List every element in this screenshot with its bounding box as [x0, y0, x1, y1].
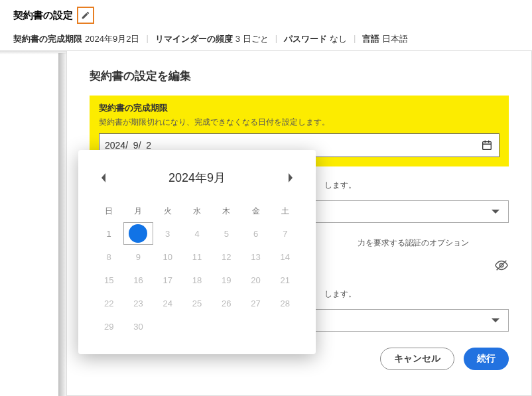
- calendar-day[interactable]: 16: [123, 269, 153, 292]
- calendar-day[interactable]: 13: [241, 245, 270, 269]
- visibility-toggle[interactable]: [494, 258, 509, 275]
- calendar-day[interactable]: 30: [123, 315, 153, 338]
- separator: |: [275, 33, 277, 45]
- deadline-label: 契約書の完成期限: [13, 33, 82, 45]
- calendar-day[interactable]: 21: [271, 269, 300, 292]
- continue-button[interactable]: 続行: [464, 348, 509, 370]
- calendar-day[interactable]: 23: [123, 292, 153, 315]
- eye-off-icon: [494, 258, 509, 273]
- calendar-day[interactable]: 22: [94, 292, 123, 315]
- chevron-down-icon: [491, 318, 500, 323]
- prev-month-button[interactable]: [94, 168, 113, 187]
- calendar-day-header: 日: [94, 200, 123, 222]
- calendar-button[interactable]: [480, 139, 494, 152]
- calendar-day: [241, 315, 270, 338]
- calendar-day[interactable]: 29: [94, 315, 123, 338]
- calendar-day-header: 土: [271, 200, 300, 222]
- calendar-day[interactable]: 3: [153, 222, 182, 245]
- calendar-day[interactable]: 7: [271, 222, 300, 245]
- separator: |: [354, 33, 356, 45]
- calendar-popup: 2024年9月 日月火水木金土1234567891011121314151617…: [78, 150, 316, 354]
- calendar-day-header: 木: [212, 200, 241, 222]
- calendar-day[interactable]: 25: [182, 292, 212, 315]
- calendar-day[interactable]: 12: [212, 245, 241, 269]
- calendar-day[interactable]: 24: [153, 292, 182, 315]
- calendar-day[interactable]: 2: [123, 222, 153, 245]
- calendar-icon: [481, 139, 493, 151]
- date-month: 9: [133, 140, 139, 151]
- calendar-day[interactable]: 8: [94, 245, 123, 269]
- calendar-day[interactable]: 5: [212, 222, 241, 245]
- next-month-button[interactable]: [281, 168, 300, 187]
- calendar-day[interactable]: 20: [241, 269, 270, 292]
- calendar-day[interactable]: 28: [271, 292, 300, 315]
- calendar-day-header: 水: [182, 200, 212, 222]
- calendar-day: [153, 315, 182, 338]
- calendar-day[interactable]: 18: [182, 269, 212, 292]
- password-value: なし: [330, 33, 347, 45]
- title-row: 契約書の設定: [13, 7, 519, 24]
- chevron-right-icon: [287, 172, 294, 183]
- edit-button[interactable]: [77, 7, 94, 24]
- calendar-day[interactable]: 9: [123, 245, 153, 269]
- separator: |: [146, 33, 148, 45]
- cancel-button[interactable]: キャンセル: [380, 348, 454, 370]
- calendar-day[interactable]: 11: [182, 245, 212, 269]
- calendar-day: [182, 315, 212, 338]
- calendar-nav: 2024年9月: [94, 168, 300, 187]
- calendar-day: [271, 315, 300, 338]
- chevron-down-icon: [491, 209, 500, 214]
- calendar-day-header: 金: [241, 200, 270, 222]
- calendar-day[interactable]: 19: [212, 269, 241, 292]
- calendar-day[interactable]: 10: [153, 245, 182, 269]
- language-value: 日本語: [382, 33, 408, 45]
- deadline-field-desc: 契約書が期限切れになり、完成できなくなる日付を設定します。: [99, 117, 499, 128]
- reminder-value: 3 日ごと: [235, 33, 269, 45]
- meta-row: 契約書の完成期限 2024年9月2日 | リマインダーの頻度 3 日ごと | パ…: [13, 33, 519, 45]
- reminder-label: リマインダーの頻度: [155, 33, 233, 45]
- calendar-day[interactable]: 14: [271, 245, 300, 269]
- calendar-day[interactable]: 17: [153, 269, 182, 292]
- calendar-day[interactable]: 27: [241, 292, 270, 315]
- calendar-day[interactable]: 26: [212, 292, 241, 315]
- password-label: パスワード: [284, 33, 327, 45]
- calendar-day[interactable]: 6: [241, 222, 270, 245]
- calendar-day-header: 月: [123, 200, 153, 222]
- calendar-day[interactable]: 4: [182, 222, 212, 245]
- svg-rect-0: [483, 142, 492, 150]
- date-year: 2024: [105, 140, 125, 151]
- date-sep: /: [125, 140, 133, 151]
- language-label: 言語: [362, 33, 379, 45]
- panel-title: 契約書の設定を編集: [90, 68, 509, 84]
- deadline-value: 2024年9月2日: [85, 33, 139, 45]
- calendar-grid: 日月火水木金土123456789101112131415161718192021…: [94, 200, 300, 338]
- calendar-day[interactable]: 1: [94, 222, 123, 245]
- calendar-day[interactable]: 15: [94, 269, 123, 292]
- chevron-left-icon: [100, 172, 107, 183]
- calendar-day: [212, 315, 241, 338]
- deadline-field-label: 契約書の完成期限: [99, 102, 499, 114]
- pencil-icon: [81, 11, 90, 20]
- calendar-day-header: 火: [153, 200, 182, 222]
- header: 契約書の設定 契約書の完成期限 2024年9月2日 | リマインダーの頻度 3 …: [0, 0, 532, 51]
- date-day: 2: [146, 140, 151, 151]
- page-title: 契約書の設定: [13, 9, 73, 22]
- calendar-title: 2024年9月: [168, 170, 226, 186]
- date-sep: /: [139, 140, 147, 151]
